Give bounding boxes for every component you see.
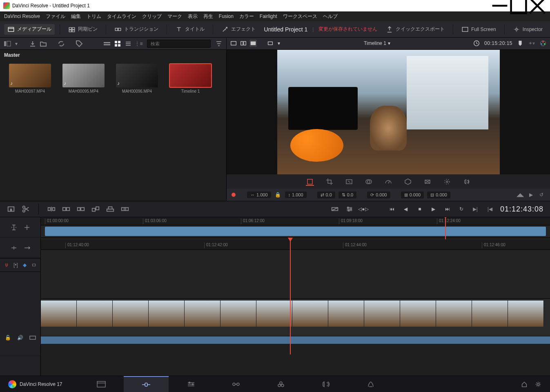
menu-davinci[interactable]: DaVinci Resolve xyxy=(4,13,40,19)
marker-icon[interactable] xyxy=(517,40,524,47)
inspector-button[interactable]: Inspector xyxy=(510,24,546,35)
ripple-icon[interactable] xyxy=(76,205,85,214)
pool-layout-icon[interactable] xyxy=(3,40,11,48)
video-track[interactable] xyxy=(41,299,550,336)
tag-icon[interactable] xyxy=(75,40,83,48)
smartinsert-icon[interactable] xyxy=(47,205,56,214)
ruler-upper[interactable]: 01:00:00:00 01:03:06:00 01:06:12:00 01:0… xyxy=(41,217,550,225)
lock-icon[interactable]: 🔒 xyxy=(274,191,282,198)
empty-track[interactable] xyxy=(41,250,550,299)
loop-icon[interactable]: ↻ xyxy=(458,205,465,213)
sync-icon[interactable] xyxy=(57,40,65,48)
quickexport-button[interactable]: クイックエクスポート xyxy=(383,24,448,35)
first-icon[interactable]: ⏮ xyxy=(388,205,396,213)
page-edit[interactable] xyxy=(169,376,214,392)
markin-icon[interactable]: ◁●▷ xyxy=(360,205,367,213)
page-fairlight[interactable] xyxy=(303,376,348,392)
settings-icon[interactable] xyxy=(534,381,542,388)
append-icon[interactable] xyxy=(62,205,71,214)
stabilize-icon[interactable] xyxy=(404,178,412,186)
bypass-icon[interactable]: ✦▾ xyxy=(528,40,535,47)
viewer-overlay-icon[interactable] xyxy=(267,40,274,47)
reset-icon[interactable]: ↺ xyxy=(538,191,545,198)
tl-mode-b-icon[interactable] xyxy=(23,223,31,232)
clip-item[interactable]: ♪ MAH00097.MP4 xyxy=(9,64,51,94)
prev-icon[interactable]: ◀ xyxy=(402,205,410,213)
lens-icon[interactable] xyxy=(423,178,432,186)
goto-end-icon[interactable]: ▶| xyxy=(471,205,480,214)
title-button[interactable]: タイトル xyxy=(172,24,208,35)
audio-toggle-icon[interactable]: 🔊 xyxy=(16,334,24,342)
import-icon[interactable] xyxy=(29,40,37,48)
maximize-button[interactable] xyxy=(509,0,528,11)
viewer-mode2-icon[interactable] xyxy=(240,40,247,47)
menu-fusion[interactable]: Fusion xyxy=(219,13,234,19)
menu-timeline[interactable]: タイムライン xyxy=(107,13,136,20)
playhead-upper[interactable] xyxy=(445,217,446,239)
close-button[interactable] xyxy=(528,0,547,11)
dynamiczoom-icon[interactable] xyxy=(345,178,353,186)
view-opts-icon[interactable] xyxy=(31,261,36,269)
page-deliver[interactable] xyxy=(348,376,393,392)
tl-overwrite-icon[interactable] xyxy=(23,244,31,252)
menu-trim[interactable]: トリム xyxy=(87,13,101,20)
audio-icon[interactable] xyxy=(463,178,471,186)
marker-add-icon[interactable]: [•] xyxy=(13,261,18,269)
play-icon[interactable]: ▶ xyxy=(430,205,437,213)
transform-icon[interactable] xyxy=(306,178,314,186)
zoom-x[interactable]: ↔ 1.000 xyxy=(247,192,271,198)
menu-view[interactable]: 表示 xyxy=(188,13,198,20)
boring-icon[interactable]: z xyxy=(7,205,16,214)
page-fusion[interactable] xyxy=(214,376,258,392)
goto-start-icon[interactable]: |◀ xyxy=(485,205,494,214)
overview-track[interactable]: 1 xyxy=(41,225,550,238)
stop-icon[interactable]: ■ xyxy=(416,205,423,213)
folder-icon[interactable] xyxy=(39,40,47,48)
page-cut[interactable] xyxy=(124,376,169,392)
viewer-mode3-icon[interactable] xyxy=(249,40,257,47)
composite-icon[interactable] xyxy=(365,178,373,186)
menu-workspace[interactable]: ワークスペース xyxy=(283,13,317,20)
flag-icon[interactable]: ◆ xyxy=(22,261,27,269)
menu-mark[interactable]: マーク xyxy=(167,13,182,20)
play-icon[interactable]: ▶ xyxy=(527,191,534,198)
viewer-mode1-icon[interactable] xyxy=(230,40,237,47)
timeline-tracks[interactable]: 01:00:00:00 01:03:06:00 01:06:12:00 01:0… xyxy=(41,217,550,381)
video-toggle-icon[interactable] xyxy=(29,334,37,342)
clip-item-selected[interactable]: Timeline 1 xyxy=(169,64,212,94)
clock-icon[interactable] xyxy=(473,40,480,47)
record-indicator[interactable] xyxy=(232,193,236,197)
page-media[interactable] xyxy=(79,376,124,392)
tl-insert-icon[interactable] xyxy=(10,244,18,252)
ruler-lower[interactable]: 01:12:40:00 01:12:42:00 01:12:44:00 01:1… xyxy=(41,240,550,250)
speed-icon[interactable] xyxy=(384,178,392,186)
viewer-canvas[interactable] xyxy=(227,50,550,174)
transition-button[interactable]: トランジション xyxy=(111,24,162,35)
view-filmstrip-icon[interactable] xyxy=(103,40,111,48)
overview-clip[interactable] xyxy=(45,227,546,236)
menu-file[interactable]: ファイル xyxy=(46,13,65,20)
search-input[interactable] xyxy=(147,40,211,48)
syncbin-button[interactable]: 同期ビン xyxy=(65,24,101,35)
view-list-icon[interactable] xyxy=(124,40,132,48)
chevron-down-icon[interactable]: ▾ xyxy=(14,40,19,48)
flip-icon[interactable]: ◢◣ xyxy=(517,191,524,198)
tl-mode-a-icon[interactable] xyxy=(10,223,18,232)
next-icon[interactable]: ⏭ xyxy=(444,205,451,213)
master-bin-label[interactable]: Master xyxy=(0,50,226,60)
audio-track[interactable] xyxy=(41,336,550,344)
rotation[interactable]: ⟳ 0.000 xyxy=(367,192,390,198)
sliders-icon[interactable] xyxy=(345,205,354,214)
zoom-y[interactable]: ↕ 1.000 xyxy=(285,192,307,198)
home-icon[interactable] xyxy=(521,381,528,388)
filter-icon[interactable] xyxy=(215,40,223,48)
current-timecode[interactable]: 01:12:43:08 xyxy=(500,205,543,214)
mediapool-button[interactable]: メディアプール xyxy=(4,24,55,35)
sort-icon[interactable]: ⋮≡ xyxy=(135,40,143,48)
snap-icon[interactable] xyxy=(4,261,9,269)
fullscreen-button[interactable]: Full Screen xyxy=(458,24,499,35)
color-icon[interactable] xyxy=(443,178,451,186)
dissolve-icon[interactable] xyxy=(330,205,339,214)
anchor-x[interactable]: ⊞ 0.000 xyxy=(401,192,424,198)
menu-fairlight[interactable]: Fairlight xyxy=(260,13,277,19)
